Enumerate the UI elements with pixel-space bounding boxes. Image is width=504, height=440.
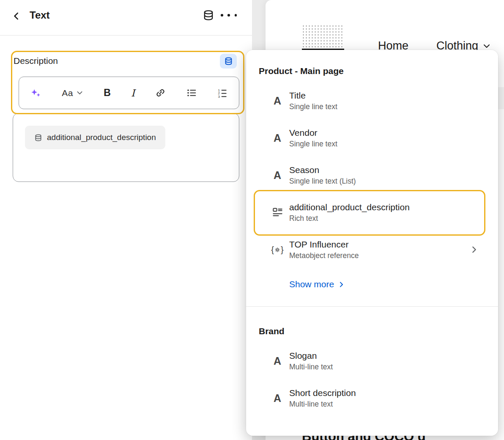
ellipsis-icon: [221, 14, 223, 16]
source-item-slogan[interactable]: A Slogan Multi-line text: [254, 342, 485, 380]
database-icon: [34, 134, 42, 142]
source-item-season[interactable]: A Season Single line text (List): [254, 157, 485, 194]
bullet-list-button[interactable]: [186, 88, 197, 98]
ai-generate-button[interactable]: [30, 87, 41, 99]
metaobject-icon: { }: [271, 245, 284, 255]
chevron-right-icon: [470, 245, 479, 254]
source-item-type: Single line text: [289, 102, 485, 111]
link-button[interactable]: [155, 88, 166, 98]
single-line-text-icon: A: [271, 95, 284, 107]
chevron-down-icon: [76, 89, 83, 96]
chevron-down-icon: [482, 42, 491, 50]
source-item-top-influencer[interactable]: { } TOP Influencer Metaobject reference: [254, 231, 485, 268]
dynamic-source-header-button[interactable]: [202, 9, 215, 22]
show-more-link[interactable]: Show more: [289, 279, 345, 289]
source-item-type: Single line text (List): [289, 177, 485, 186]
single-line-text-icon: A: [271, 169, 284, 182]
rich-text-icon: [271, 207, 284, 218]
source-item-label: additional_product_description: [289, 202, 485, 212]
popover-section-title: Product - Main page: [246, 50, 498, 82]
source-item-type: Multi-line text: [289, 363, 485, 371]
sparkles-icon: [30, 87, 41, 99]
settings-panel: Text Description: [0, 0, 252, 440]
multi-line-text-icon: A: [271, 355, 284, 367]
richtext-toolbar: Aa B I 123: [19, 77, 239, 109]
text-style-dropdown[interactable]: Aa: [62, 88, 83, 98]
source-item-title[interactable]: A Title Single line text: [254, 82, 485, 119]
database-icon: [224, 57, 233, 66]
dynamic-source-chip[interactable]: additional_product_description: [25, 126, 165, 149]
italic-button[interactable]: I: [131, 88, 135, 99]
source-item-label: Slogan: [289, 351, 485, 361]
source-item-label: Vendor: [289, 128, 485, 138]
svg-text:3: 3: [218, 95, 220, 98]
single-line-text-icon: A: [271, 132, 284, 144]
source-item-type: Single line text: [289, 140, 485, 148]
source-item-short-description[interactable]: A Short description Multi-line text: [254, 380, 485, 417]
link-icon: [155, 88, 166, 98]
field-label-description: Description: [14, 56, 58, 66]
screen: Home Clothing Button and COCO d Text: [0, 0, 504, 440]
source-item-label: TOP Influencer: [289, 239, 485, 250]
source-item-label: Season: [289, 165, 485, 175]
more-options-button[interactable]: [221, 9, 237, 21]
numbered-list-icon: 123: [217, 88, 228, 98]
dynamic-source-popover: Product - Main page A Title Single line …: [246, 50, 498, 436]
source-item-label: Title: [289, 91, 485, 101]
text-style-label: Aa: [62, 88, 73, 98]
panel-title: Text: [30, 9, 50, 21]
store-logo-placeholder: [302, 25, 344, 50]
bullet-list-icon: [186, 88, 197, 98]
richtext-content-area[interactable]: additional_product_description: [13, 113, 239, 182]
numbered-list-button[interactable]: 123: [217, 88, 228, 98]
source-item-type: Metaobject reference: [289, 251, 485, 260]
panel-header: Text: [0, 0, 252, 36]
chevron-right-icon: [338, 281, 345, 288]
source-item-type: Rich text: [289, 214, 485, 223]
show-more-label: Show more: [289, 279, 334, 289]
source-item-vendor[interactable]: A Vendor Single line text: [254, 119, 485, 157]
chevron-left-icon: [12, 11, 21, 21]
popover-section-title-brand: Brand: [246, 307, 498, 342]
source-item-label: Short description: [289, 388, 485, 398]
source-item-type: Multi-line text: [289, 400, 485, 409]
database-icon: [203, 9, 214, 21]
multi-line-text-icon: A: [271, 392, 284, 404]
connected-dynamic-source-badge[interactable]: [220, 54, 237, 69]
back-button[interactable]: [11, 11, 22, 22]
bold-button[interactable]: B: [104, 87, 111, 99]
source-item-additional-product-description[interactable]: additional_product_description Rich text: [254, 194, 485, 231]
chip-label: additional_product_description: [47, 133, 156, 142]
